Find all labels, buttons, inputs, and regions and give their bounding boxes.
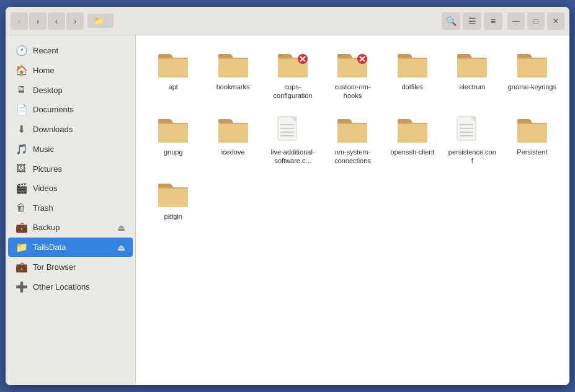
file-item-gnupg[interactable]: gnupg bbox=[146, 110, 200, 171]
back-button[interactable]: ‹ bbox=[11, 12, 28, 30]
location-bar[interactable]: 📁 bbox=[87, 14, 114, 28]
file-item-live-additional-software[interactable]: live-additional-software.c... bbox=[265, 110, 320, 171]
file-item-openssh-client[interactable]: openssh-client bbox=[385, 110, 440, 171]
home-icon: 🏠 bbox=[16, 65, 27, 76]
sidebar-item-pictures[interactable]: 🖼Pictures bbox=[8, 159, 133, 178]
sidebar-item-recent[interactable]: 🕐Recent bbox=[8, 41, 133, 60]
svg-rect-17 bbox=[457, 59, 487, 78]
sidebar-item-music[interactable]: 🎵Music bbox=[8, 140, 133, 159]
up-button[interactable]: ‹ bbox=[48, 12, 65, 30]
file-item-dotfiles[interactable]: dotfiles bbox=[385, 45, 440, 105]
videos-icon: 🎬 bbox=[16, 182, 27, 194]
desktop-icon: 🖥 bbox=[16, 84, 27, 96]
file-icon-electrum bbox=[455, 50, 489, 80]
svg-rect-23 bbox=[218, 124, 248, 143]
trash-icon: 🗑 bbox=[16, 202, 27, 213]
file-label-apt: apt bbox=[169, 82, 178, 91]
main-content: 🕐Recent🏠Home🖥Desktop📄Documents⬇Downloads… bbox=[6, 35, 569, 385]
file-item-persistence-conf[interactable]: persistence.conf bbox=[445, 110, 499, 171]
file-area: aptbookmarkscups-configurationcustom-nm-… bbox=[136, 35, 569, 385]
sidebar-label-downloads: Downloads bbox=[33, 125, 125, 134]
file-manager-window: ‹ › ‹ › 📁 🔍 ☰ ≡ — □ ✕ 🕐Recent🏠Home🖥Deskt… bbox=[6, 7, 569, 385]
nav-buttons: ‹ › ‹ › bbox=[11, 12, 84, 30]
file-label-dotfiles: dotfiles bbox=[401, 82, 423, 91]
file-label-persistent: Persistent bbox=[517, 148, 547, 156]
file-label-custom-nm-hooks: custom-nm-hooks bbox=[328, 82, 377, 100]
svg-rect-33 bbox=[398, 124, 427, 143]
sidebar-item-otherlocations[interactable]: ➕Other Locations bbox=[8, 277, 133, 296]
view-grid-button[interactable]: ≡ bbox=[484, 12, 502, 30]
file-icon-gnupg bbox=[156, 115, 190, 145]
maximize-button[interactable]: □ bbox=[527, 12, 545, 30]
sidebar-item-trash[interactable]: 🗑Trash bbox=[8, 198, 133, 217]
search-button[interactable]: 🔍 bbox=[442, 12, 460, 30]
file-item-nm-system-connections[interactable]: nm-system-connections bbox=[325, 110, 380, 171]
pictures-icon: 🖼 bbox=[16, 163, 27, 174]
eject-icon-tailsdata[interactable]: ⏏ bbox=[117, 243, 125, 252]
file-item-gnome-keyrings[interactable]: gnome-keyrings bbox=[505, 45, 559, 105]
svg-rect-21 bbox=[158, 124, 188, 143]
file-label-pidgin: pidgin bbox=[164, 212, 182, 221]
forward-button[interactable]: › bbox=[29, 12, 47, 30]
backup-icon: 💼 bbox=[16, 221, 27, 233]
svg-rect-41 bbox=[517, 124, 547, 143]
sidebar-item-documents[interactable]: 📄Documents bbox=[8, 100, 133, 119]
view-list-button[interactable]: ☰ bbox=[463, 12, 481, 30]
svg-rect-15 bbox=[398, 59, 427, 78]
file-label-nm-system-connections: nm-system-connections bbox=[328, 148, 377, 166]
file-label-icedove: icedove bbox=[221, 148, 245, 156]
sidebar-item-home[interactable]: 🏠Home bbox=[8, 61, 133, 80]
file-icon-openssh-client bbox=[395, 115, 430, 145]
file-icon-gnome-keyrings bbox=[515, 50, 550, 80]
sidebar-label-pictures: Pictures bbox=[33, 164, 125, 174]
documents-icon: 📄 bbox=[16, 104, 27, 115]
file-icon-custom-nm-hooks bbox=[335, 50, 370, 80]
file-item-pidgin[interactable]: pidgin bbox=[146, 175, 200, 226]
sidebar-item-tailsdata[interactable]: 📁TailsData⏏ bbox=[8, 238, 133, 257]
svg-rect-38 bbox=[460, 131, 473, 133]
file-label-live-additional-software: live-additional-software.c... bbox=[268, 148, 318, 166]
location-folder-icon: 📁 bbox=[94, 16, 104, 25]
svg-rect-1 bbox=[158, 59, 188, 78]
file-item-icedove[interactable]: icedove bbox=[205, 110, 260, 171]
titlebar: ‹ › ‹ › 📁 🔍 ☰ ≡ — □ ✕ bbox=[6, 7, 569, 35]
svg-rect-36 bbox=[460, 124, 473, 125]
sidebar-label-videos: Videos bbox=[33, 184, 125, 193]
down-button[interactable]: › bbox=[66, 12, 84, 30]
file-item-custom-nm-hooks[interactable]: custom-nm-hooks bbox=[325, 45, 380, 105]
sidebar-label-otherlocations: Other Locations bbox=[33, 282, 125, 292]
sidebar-item-backup[interactable]: 💼Backup⏏ bbox=[8, 218, 133, 237]
file-item-bookmarks[interactable]: bookmarks bbox=[205, 45, 260, 105]
eject-icon-backup[interactable]: ⏏ bbox=[117, 223, 125, 233]
titlebar-actions: 🔍 ☰ ≡ bbox=[442, 12, 502, 30]
recent-icon: 🕐 bbox=[16, 45, 27, 56]
sidebar-label-documents: Documents bbox=[33, 105, 125, 114]
file-icon-bookmarks bbox=[216, 50, 251, 80]
sidebar-item-videos[interactable]: 🎬Videos bbox=[8, 179, 133, 198]
torbrowser-icon: 💼 bbox=[16, 261, 27, 273]
otherlocations-icon: ➕ bbox=[16, 281, 27, 293]
window-controls: — □ ✕ bbox=[507, 12, 564, 30]
file-label-persistence-conf: persistence.conf bbox=[447, 148, 497, 166]
file-icon-nm-system-connections bbox=[335, 115, 370, 145]
tailsdata-icon: 📁 bbox=[16, 241, 27, 253]
file-label-cups-configuration: cups-configuration bbox=[268, 82, 318, 100]
sidebar-label-desktop: Desktop bbox=[33, 86, 125, 95]
file-item-cups-configuration[interactable]: cups-configuration bbox=[265, 45, 320, 105]
file-item-apt[interactable]: apt bbox=[146, 45, 200, 105]
file-icon-persistent bbox=[515, 115, 550, 145]
svg-rect-31 bbox=[337, 124, 367, 143]
file-icon-icedove bbox=[216, 115, 251, 145]
sidebar-item-torbrowser[interactable]: 💼Tor Browser bbox=[8, 257, 133, 277]
close-button[interactable]: ✕ bbox=[547, 12, 564, 30]
minimize-button[interactable]: — bbox=[507, 12, 525, 30]
file-item-persistent[interactable]: Persistent bbox=[505, 110, 559, 171]
sidebar-label-tailsdata: TailsData bbox=[33, 243, 111, 252]
sidebar-item-desktop[interactable]: 🖥Desktop bbox=[8, 81, 133, 99]
svg-rect-3 bbox=[218, 59, 248, 78]
svg-rect-37 bbox=[460, 128, 473, 129]
sidebar-item-downloads[interactable]: ⬇Downloads bbox=[8, 120, 133, 139]
file-icon-pidgin bbox=[156, 180, 190, 210]
svg-rect-19 bbox=[517, 59, 547, 78]
file-item-electrum[interactable]: electrum bbox=[445, 45, 499, 105]
